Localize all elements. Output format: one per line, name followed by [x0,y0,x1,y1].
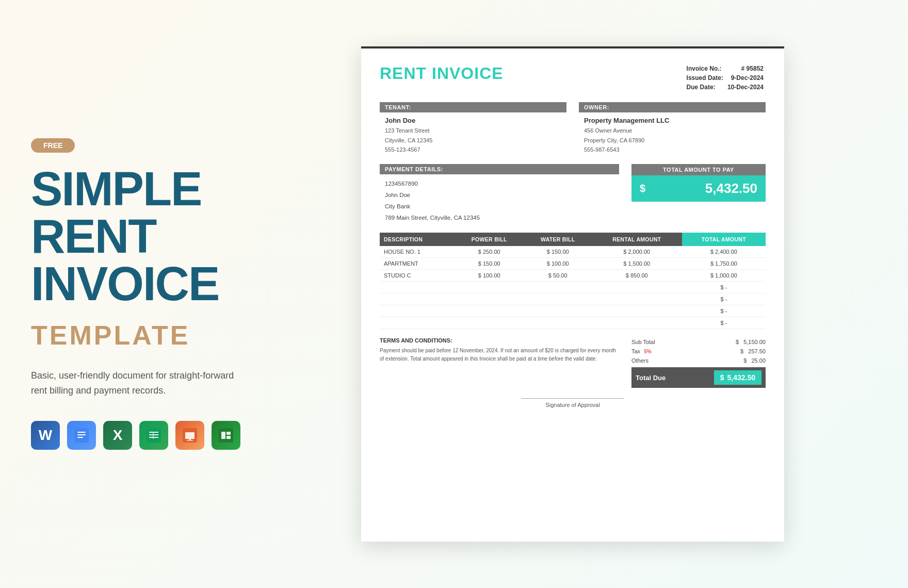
terms-title: TERMS AND CONDITIONS: [380,337,619,344]
tenant-header: TENANT: [380,102,566,112]
svg-rect-15 [226,432,231,435]
tax-row: Tax 5% $ 257.50 [631,347,766,356]
summary-section: TERMS AND CONDITIONS: Payment should be … [380,337,766,388]
owner-header: OWNER: [579,102,766,112]
total-block: TOTAL AMOUNT TO PAY $ 5,432.50 [631,164,766,202]
title-line1: SIMPLE [31,165,330,213]
subtitle: TEMPLATE [31,320,330,351]
owner-address2: Property City, CA 67890 [584,136,766,145]
subtotal-label: Sub Total [631,339,655,345]
svg-rect-3 [77,437,83,438]
cell-rental-6 [592,317,682,329]
invoice-content: RENT INVOICE Invoice No.: # 95852 Issued… [361,48,784,542]
payment-name: John Doe [385,190,619,201]
owner-details: 456 Owner Avenue Property City, CA 67890… [579,126,766,155]
signature-label: Signature of Approval [380,402,766,408]
payment-bank: City Bank [385,201,619,213]
cell-desc-6 [380,317,455,329]
invoice-no-value: # 95852 [725,64,766,73]
others-val: $ 25.00 [724,357,766,364]
svg-rect-1 [77,432,86,433]
total-amount-box: $ 5,432.50 [631,175,766,202]
cell-power-1: $ 150.00 [455,258,524,270]
total-due-label: Total Due [636,374,666,382]
docs-icon [67,421,96,450]
tax-dollar: $ [740,348,743,354]
col-water: WATER BILL [524,233,592,246]
cell-desc-4 [380,293,455,305]
others-row: Others $ 25.00 [631,356,766,365]
tax-amount: 257.50 [748,348,766,354]
app-icons: W X [31,421,330,450]
cell-power-2: $ 100.00 [455,270,524,282]
free-badge: FREE [31,138,75,153]
tax-val: $ 257.50 [724,348,766,354]
col-rental: RENTAL AMOUNT [592,233,682,246]
invoice-no-label: Invoice No.: [685,64,725,73]
cell-desc-3 [380,282,455,293]
payment-details: 1234567890 John Doe City Bank 789 Main S… [380,178,619,223]
owner-address1: 456 Owner Avenue [584,126,766,136]
tax-label: Tax 5% [631,348,654,354]
cell-water-1: $ 100.00 [524,258,592,270]
cell-rental-5 [592,305,682,317]
word-icon: W [31,421,60,450]
table-row-3: $ - [380,282,766,293]
total-label: TOTAL AMOUNT TO PAY [631,164,766,175]
cell-water-5 [524,305,592,317]
cell-total-2: $ 1,000.00 [682,270,766,282]
svg-rect-14 [221,432,225,439]
owner-name: Property Management LLC [579,117,766,124]
items-table: DESCRIPTION POWER BILL WATER BILL RENTAL… [380,233,766,329]
parties-section: TENANT: John Doe 123 Tenant Street Cityv… [380,102,766,155]
owner-block: OWNER: Property Management LLC 456 Owner… [579,102,766,155]
total-due-amount: $ 5,432.50 [714,370,761,385]
payment-block: PAYMENT DETAILS: 1234567890 John Doe Cit… [380,164,619,223]
subtotal-row: Sub Total $ 5,150.00 [631,337,766,347]
signature-section: Signature of Approval [380,398,766,408]
svg-rect-16 [226,436,231,439]
description: Basic, user-friendly document for straig… [31,368,248,398]
total-due-row: Total Due $ 5,432.50 [631,367,766,388]
svg-rect-11 [189,439,191,440]
left-panel: FREE SIMPLE RENT INVOICE TEMPLATE Basic,… [31,128,330,460]
tenant-block: TENANT: John Doe 123 Tenant Street Cityv… [380,102,566,155]
cell-rental-1: $ 1,500.00 [592,258,682,270]
table-row-4: $ - [380,293,766,305]
total-due-dollar: $ [720,373,724,382]
total-amount-value: 5,432.50 [705,181,757,197]
cell-desc-0: HOUSE NO. 1 [380,246,455,258]
others-label: Others [631,357,648,364]
tenant-details: 123 Tenant Street Cityville, CA 12345 55… [380,126,566,155]
payment-total-section: PAYMENT DETAILS: 1234567890 John Doe Cit… [380,164,766,223]
slides-icon [175,421,204,450]
docs-svg [74,428,89,443]
table-row-2: STUDIO C $ 100.00 $ 50.00 $ 850.00 $ 1,0… [380,270,766,282]
table-row-0: HOUSE NO. 1 $ 250.00 $ 150.00 $ 2,000.00… [380,246,766,258]
terms-block: TERMS AND CONDITIONS: Payment should be … [380,337,619,388]
numbers-icon [212,421,240,450]
col-total: TOTAL AMOUNT [682,233,766,246]
tenant-address2: Cityville, CA 12345 [385,136,566,145]
payment-header: PAYMENT DETAILS: [380,164,619,174]
title-line3: INVOICE [31,260,330,307]
total-due-value: 5,432.50 [727,373,756,382]
cell-water-2: $ 50.00 [524,270,592,282]
cell-water-6 [524,317,592,329]
col-power: POWER BILL [455,233,524,246]
invoice-title: RENT INVOICE [380,64,504,83]
issued-date-value: 9-Dec-2024 [725,73,766,83]
excel-icon: X [103,421,132,450]
issued-date-label: Issued Date: [685,73,725,83]
payment-account: 1234567890 [385,178,619,190]
cell-power-5 [455,305,524,317]
invoice-meta: Invoice No.: # 95852 Issued Date: 9-Dec-… [685,64,766,92]
cell-total-6: $ - [682,317,766,329]
sheets-svg [147,428,161,443]
payment-bank-address: 789 Main Street, Cityville, CA 12345 [385,213,619,224]
cell-rental-2: $ 850.00 [592,270,682,282]
cell-power-3 [455,282,524,293]
cell-total-0: $ 2,400.00 [682,246,766,258]
cell-rental-0: $ 2,000.00 [592,246,682,258]
cell-water-4 [524,293,592,305]
